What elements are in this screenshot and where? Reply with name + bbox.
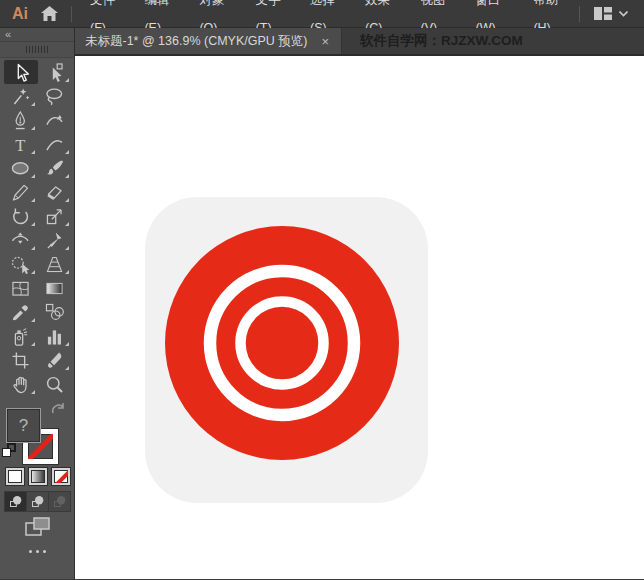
workspace-switcher-button[interactable]: [594, 7, 628, 20]
dot-icon: [29, 550, 32, 553]
shape-builder-tool[interactable]: [4, 252, 38, 276]
flyout-triangle-icon: [65, 246, 69, 250]
paintbrush-icon: [45, 159, 64, 178]
blend-icon: [45, 303, 64, 322]
flyout-triangle-icon: [31, 198, 35, 202]
gradient-icon: [45, 279, 64, 298]
draw-behind-button[interactable]: [27, 492, 49, 511]
dot-icon: [36, 550, 39, 553]
flyout-triangle-icon: [31, 126, 35, 130]
lasso-tool[interactable]: [38, 84, 72, 108]
flyout-triangle-icon: [31, 174, 35, 178]
app-logo: Ai: [10, 5, 30, 23]
slice-tool[interactable]: [38, 348, 72, 372]
pencil-tool[interactable]: [4, 180, 38, 204]
pen-tool[interactable]: [4, 108, 38, 132]
draw-normal-button[interactable]: [5, 492, 27, 511]
svg-text:T: T: [15, 135, 25, 153]
tools-panel-grip[interactable]: [0, 42, 74, 58]
eraser-icon: [45, 183, 64, 202]
draw-behind-icon: [30, 494, 45, 509]
screen-mode-button[interactable]: [0, 517, 75, 537]
artboard-canvas[interactable]: [75, 56, 644, 579]
color-type-buttons: [6, 468, 70, 485]
puppet-warp-icon: [45, 231, 64, 250]
red-circle-shape[interactable]: [165, 226, 399, 460]
grip-dots-icon: [26, 46, 48, 53]
puppet-warp-tool[interactable]: [38, 228, 72, 252]
mesh-tool[interactable]: [4, 276, 38, 300]
tools-panel-collapse[interactable]: «: [0, 28, 74, 42]
width-icon: [11, 231, 30, 250]
type-icon: T: [11, 135, 30, 154]
tab-close-button[interactable]: ×: [321, 35, 329, 48]
screen-mode-icon: [25, 517, 51, 537]
pen-icon: [11, 111, 30, 130]
swap-fill-stroke-button[interactable]: [50, 402, 67, 416]
rotate-tool[interactable]: [4, 204, 38, 228]
line-segment-tool[interactable]: [38, 132, 72, 156]
selection-tool[interactable]: [4, 60, 38, 84]
flyout-triangle-icon: [31, 270, 35, 274]
flyout-triangle-icon: [31, 222, 35, 226]
curvature-tool[interactable]: [38, 108, 72, 132]
home-button[interactable]: [38, 4, 61, 24]
eyedropper-tool[interactable]: [4, 300, 38, 324]
ellipse-icon: [11, 159, 30, 178]
flyout-triangle-icon: [31, 390, 35, 394]
slice-icon: [45, 351, 64, 370]
magic-wand-tool[interactable]: [4, 84, 38, 108]
gradient-button[interactable]: [29, 468, 47, 485]
draw-inside-icon: [52, 494, 67, 509]
artboard-tool[interactable]: [4, 348, 38, 372]
fill-unknown-indicator: ?: [19, 416, 28, 436]
icon-artwork[interactable]: [75, 56, 644, 579]
paintbrush-tool[interactable]: [38, 156, 72, 180]
menubar-divider: [579, 6, 580, 22]
none-button[interactable]: [52, 468, 70, 485]
fill-color-swatch[interactable]: ?: [6, 408, 41, 443]
eyedropper-icon: [11, 303, 30, 322]
flyout-triangle-icon: [65, 198, 69, 202]
flyout-triangle-icon: [65, 222, 69, 226]
column-graph-icon: [45, 327, 64, 346]
direct-selection-tool[interactable]: [38, 60, 72, 84]
draw-inside-button[interactable]: [49, 492, 70, 511]
flyout-triangle-icon: [31, 102, 35, 106]
color-button[interactable]: [6, 468, 24, 485]
default-fill-stroke-button[interactable]: [2, 443, 16, 457]
drawing-mode-buttons: [4, 491, 71, 512]
edit-toolbar-button[interactable]: [0, 550, 75, 553]
dot-icon: [43, 550, 46, 553]
rotate-icon: [11, 207, 30, 226]
scale-icon: [45, 207, 64, 226]
swap-arrow-icon: [50, 402, 67, 416]
scale-tool[interactable]: [38, 204, 72, 228]
eraser-tool[interactable]: [38, 180, 72, 204]
document-tab[interactable]: 未标题-1* @ 136.9% (CMYK/GPU 预览) ×: [75, 28, 342, 54]
illustrator-window: Ai 文件(F)编辑(E)对象(O)文字(T)选择(S)效果(C)视图(V)窗口…: [0, 0, 644, 580]
flyout-triangle-icon: [65, 270, 69, 274]
document-tab-bar: 未标题-1* @ 136.9% (CMYK/GPU 预览) × 软件自学网：RJ…: [75, 28, 644, 56]
blend-tool[interactable]: [38, 300, 72, 324]
column-graph-tool[interactable]: [38, 324, 72, 348]
ellipse-tool[interactable]: [4, 156, 38, 180]
width-tool[interactable]: [4, 228, 38, 252]
watermark-text: 软件自学网：RJZXW.COM: [342, 28, 523, 54]
draw-normal-icon: [8, 494, 23, 509]
artboard-icon: [11, 351, 30, 370]
perspective-grid-tool[interactable]: [38, 252, 72, 276]
type-tool[interactable]: T: [4, 132, 38, 156]
flyout-triangle-icon: [65, 366, 69, 370]
collapse-panel-icon: «: [5, 28, 10, 40]
flyout-triangle-icon: [31, 342, 35, 346]
tools-panel: « T ?: [0, 28, 75, 579]
gradient-tool[interactable]: [38, 276, 72, 300]
zoom-tool[interactable]: [38, 372, 72, 396]
symbol-sprayer-tool[interactable]: [4, 324, 38, 348]
hand-tool[interactable]: [4, 372, 38, 396]
none-slash-icon: [52, 468, 70, 485]
magic-wand-icon: [11, 87, 30, 106]
menu-bar: Ai 文件(F)编辑(E)对象(O)文字(T)选择(S)效果(C)视图(V)窗口…: [0, 0, 644, 28]
hand-icon: [11, 375, 30, 394]
